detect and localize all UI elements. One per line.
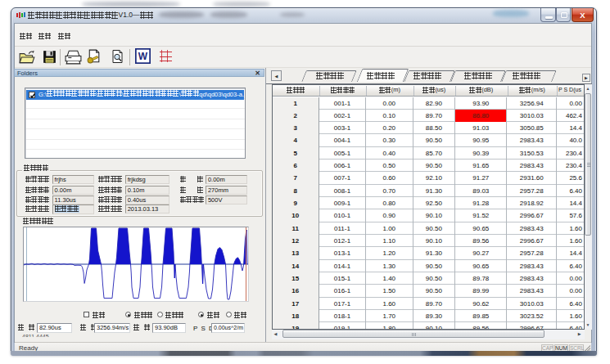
svg-text:W: W (138, 51, 148, 62)
